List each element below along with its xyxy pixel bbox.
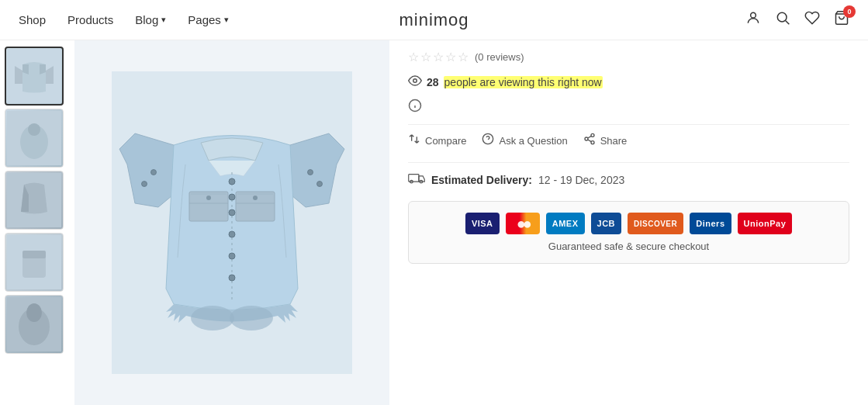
share-button[interactable]: Share xyxy=(583,133,628,148)
info-icon xyxy=(408,99,422,112)
svg-point-30 xyxy=(151,170,157,175)
divider-1 xyxy=(408,124,849,125)
reviews-count[interactable]: (0 reviews) xyxy=(475,51,524,63)
svg-line-46 xyxy=(587,140,591,142)
delivery-row: Estimated Delivery: 12 - 19 Dec, 2023 xyxy=(408,171,849,189)
svg-line-2 xyxy=(786,21,790,25)
thumbnail-3[interactable] xyxy=(5,171,64,230)
svg-point-26 xyxy=(229,231,235,237)
info-icon-row xyxy=(408,99,849,115)
svg-point-37 xyxy=(413,79,417,83)
actions-row: Compare Ask a Question xyxy=(408,133,849,148)
delivery-icon xyxy=(408,171,425,189)
question-icon xyxy=(482,133,494,148)
svg-point-45 xyxy=(591,141,594,144)
svg-point-35 xyxy=(191,306,234,331)
diners-card: Diners xyxy=(690,213,731,234)
thumbnail-list xyxy=(0,40,74,405)
wishlist-icon[interactable] xyxy=(804,10,820,29)
nav-blog[interactable]: Blog ▾ xyxy=(135,13,166,26)
blog-chevron-icon: ▾ xyxy=(161,15,166,25)
thumbnail-5[interactable] xyxy=(5,295,64,354)
star-4: ☆ xyxy=(445,50,456,64)
header-icons: 0 xyxy=(745,10,849,29)
delivery-dates: 12 - 19 Dec, 2023 xyxy=(538,174,624,186)
payment-area: VISA ●● AMEX JCB DISCOVER Diners UnionPa… xyxy=(408,201,849,264)
svg-point-18 xyxy=(206,196,211,200)
product-layout: ☆ ☆ ☆ ☆ ☆ (0 reviews) 28 people are view… xyxy=(0,40,868,405)
svg-point-32 xyxy=(308,170,313,175)
svg-line-47 xyxy=(587,136,591,138)
nav-pages[interactable]: Pages ▾ xyxy=(188,13,229,26)
thumbnail-1[interactable] xyxy=(5,47,64,106)
ask-question-button[interactable]: Ask a Question xyxy=(482,133,567,148)
amex-card: AMEX xyxy=(546,213,585,234)
secure-checkout-text: Guaranteed safe & secure checkout xyxy=(421,241,836,252)
nav-shop[interactable]: Shop xyxy=(19,13,46,26)
reviews-row: ☆ ☆ ☆ ☆ ☆ (0 reviews) xyxy=(408,50,849,64)
eye-icon xyxy=(408,74,422,91)
thumbnail-2[interactable] xyxy=(5,109,64,168)
main-nav: Shop Products Blog ▾ Pages ▾ xyxy=(19,13,229,26)
svg-point-23 xyxy=(229,178,235,185)
svg-point-29 xyxy=(142,182,147,187)
viewers-count: 28 xyxy=(427,76,439,88)
nav-products[interactable]: Products xyxy=(67,13,113,26)
search-icon[interactable] xyxy=(775,10,790,29)
star-5: ☆ xyxy=(458,50,469,64)
delivery-label: Estimated Delivery: xyxy=(431,174,532,186)
payment-cards: VISA ●● AMEX JCB DISCOVER Diners UnionPa… xyxy=(421,213,836,234)
svg-point-28 xyxy=(229,275,235,281)
viewers-text: people are viewing this right now xyxy=(444,76,603,88)
star-2: ☆ xyxy=(420,50,431,64)
jacket-illustration xyxy=(112,71,352,374)
pages-chevron-icon: ▾ xyxy=(224,15,229,25)
mastercard-card: ●● xyxy=(506,213,540,234)
svg-rect-11 xyxy=(22,251,46,258)
svg-point-43 xyxy=(591,133,594,137)
svg-point-25 xyxy=(229,209,235,216)
svg-point-14 xyxy=(26,303,42,322)
share-icon xyxy=(583,133,596,148)
discover-card: DISCOVER xyxy=(628,213,683,234)
account-icon[interactable] xyxy=(745,10,761,29)
divider-2 xyxy=(408,162,849,163)
cart-icon[interactable]: 0 xyxy=(834,10,849,29)
cart-count-badge: 0 xyxy=(843,5,856,18)
star-1: ☆ xyxy=(408,50,419,64)
visa-card: VISA xyxy=(465,213,500,234)
svg-point-1 xyxy=(777,12,787,22)
svg-point-36 xyxy=(230,306,273,331)
star-3: ☆ xyxy=(433,50,444,64)
product-details-panel: ☆ ☆ ☆ ☆ ☆ (0 reviews) 28 people are view… xyxy=(389,40,868,405)
svg-point-27 xyxy=(229,253,235,259)
svg-point-31 xyxy=(317,182,323,187)
main-product-image xyxy=(74,40,389,405)
svg-point-7 xyxy=(28,123,40,136)
thumbnail-4[interactable] xyxy=(5,233,64,292)
unionpay-card: UnionPay xyxy=(738,213,793,234)
svg-point-0 xyxy=(751,12,756,18)
svg-point-24 xyxy=(229,194,235,200)
viewers-row: 28 people are viewing this right now xyxy=(408,74,849,91)
compare-icon xyxy=(408,133,420,148)
jcb-card: JCB xyxy=(591,213,622,234)
svg-point-21 xyxy=(253,196,258,200)
header: Shop Products Blog ▾ Pages ▾ minimog xyxy=(0,0,868,40)
star-rating[interactable]: ☆ ☆ ☆ ☆ ☆ xyxy=(408,50,469,64)
site-logo[interactable]: minimog xyxy=(399,10,469,30)
svg-point-44 xyxy=(585,137,588,140)
compare-button[interactable]: Compare xyxy=(408,133,466,148)
